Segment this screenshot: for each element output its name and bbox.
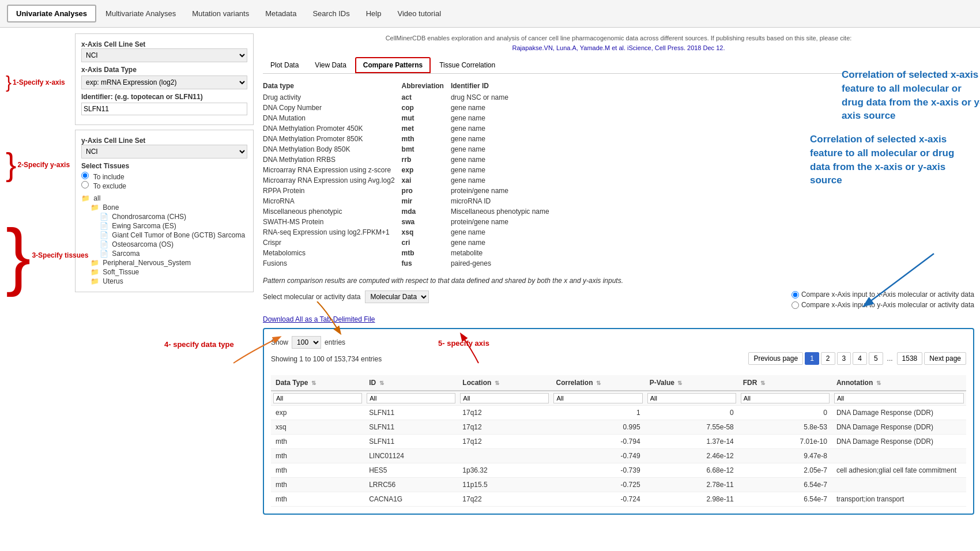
cell-row-annotation: DNA Damage Response (DDR) <box>832 435 966 449</box>
cell-mda-abbr: mda <box>402 206 451 217</box>
filter-row <box>271 391 966 406</box>
x-cell-line-select[interactable]: NCI <box>81 48 247 62</box>
cell-row-datatype: mth <box>271 449 364 463</box>
tree-osteo[interactable]: 📄 Osteosarcoma (OS) <box>81 240 247 249</box>
col-id[interactable]: ID ⇅ <box>364 375 458 391</box>
cell-row-pvalue: 2.98e-11 <box>645 492 738 507</box>
page-2-button[interactable]: 2 <box>821 352 835 365</box>
tree-chondro[interactable]: 📄 Chondrosarcoma (CHS) <box>81 212 247 221</box>
tab-plot-data[interactable]: Plot Data <box>263 57 306 73</box>
cell-rrb-name: DNA Methylation RRBS <box>263 154 402 165</box>
tab-search-ids[interactable]: Search IDs <box>306 6 356 21</box>
download-link[interactable]: Download All as a Tab-Delimited File <box>263 315 375 323</box>
tree-giant[interactable]: 📄 Giant Cell Tumor of Bone (GCTB) Sarcom… <box>81 231 247 240</box>
cell-row-annotation: DNA Damage Response (DDR) <box>832 406 966 420</box>
tab-tissue-correlation[interactable]: Tissue Correlation <box>432 57 503 73</box>
tab-univariate[interactable]: Univariate Analyses <box>7 5 96 22</box>
tab-multivariate[interactable]: Multivariate Analyses <box>99 6 183 21</box>
radio-compare-x-x[interactable] <box>791 291 799 299</box>
tree-ewing[interactable]: 📄 Ewing Sarcoma (ES) <box>81 221 247 231</box>
tree-sarcoma[interactable]: 📄 Sarcoma <box>81 249 247 258</box>
correlation-note: Correlation of selected x-axis feature t… <box>842 69 980 121</box>
options-row: Select molecular or activity data Molecu… <box>263 290 974 309</box>
compare-x-to-x[interactable]: Compare x-Axis input to x-Axis molecular… <box>791 290 974 299</box>
left-panel: x-Axis Cell Line Set NCI x-Axis Data Typ… <box>75 33 254 515</box>
y-cell-line-select[interactable]: NCI <box>81 145 247 158</box>
cell-fus-name: Fusions <box>263 258 402 269</box>
cell-row-fdr: 6.54e-7 <box>738 478 832 492</box>
cell-cri-abbr: cri <box>402 237 451 248</box>
page-5-button[interactable]: 5 <box>869 352 883 365</box>
cell-row-pvalue: 1.37e-14 <box>645 435 738 449</box>
folder-uterus-icon: 📁 <box>91 277 99 285</box>
filter-location[interactable] <box>460 393 549 403</box>
folder-peripheral-icon: 📁 <box>91 259 99 267</box>
filter-id[interactable] <box>367 393 455 403</box>
tab-view-data[interactable]: View Data <box>307 57 353 73</box>
compare-x-to-y[interactable]: Compare x-Axis input to y-Axis molecular… <box>791 301 974 309</box>
col-pvalue[interactable]: P-Value ⇅ <box>645 375 738 391</box>
correlation-annotation: Correlation of selected x-axis feature t… <box>842 68 980 123</box>
filter-pvalue[interactable] <box>647 393 736 403</box>
filter-annotation[interactable] <box>834 393 964 403</box>
radio-exclude[interactable] <box>81 181 89 188</box>
row-swa: SWATH-MS Proteinswaprotein/gene name <box>263 217 556 227</box>
radio-compare-x-y[interactable] <box>791 301 799 309</box>
results-table: Data Type ⇅ ID ⇅ Location ⇅ Correlation … <box>271 375 966 507</box>
tree-bone[interactable]: 📁 Bone <box>81 203 247 212</box>
molecular-data-select[interactable]: Molecular Data Activity Data <box>365 290 429 303</box>
tab-mutation[interactable]: Mutation variants <box>185 6 256 21</box>
col-data-type[interactable]: Data Type ⇅ <box>271 375 364 391</box>
row-mir: MicroRNAmirmicroRNA ID <box>263 196 556 206</box>
tab-metadata[interactable]: Metadata <box>258 6 303 21</box>
tree-giant-label: Giant Cell Tumor of Bone (GCTB) Sarcoma <box>112 231 245 239</box>
tree-peripheral[interactable]: 📁 Peripheral_Nervous_System <box>81 258 247 267</box>
table-row: exp SLFN11 17q12 1 0 0 DNA Damage Respon… <box>271 406 966 420</box>
prev-page-button[interactable]: Previous page <box>748 352 803 365</box>
cell-row-location: 1p36.32 <box>458 463 551 478</box>
tab-compare-patterns[interactable]: Compare Patterns <box>355 57 431 73</box>
cell-row-correlation: 1 <box>551 406 644 420</box>
cell-drug-abbr: act <box>402 92 451 103</box>
next-page-button[interactable]: Next page <box>924 352 966 365</box>
x-identifier-input[interactable] <box>81 103 247 115</box>
tissue-tree: 📁 all 📁 Bone 📄 Chondrosarcoma (CHS) 📄 Ew… <box>81 194 247 286</box>
cell-drug-name: Drug activity <box>263 92 402 103</box>
col-identifier-header: Identifier ID <box>451 81 556 92</box>
cell-row-correlation: -0.794 <box>551 435 644 449</box>
page-3-button[interactable]: 3 <box>837 352 851 365</box>
radio-include[interactable] <box>81 172 89 179</box>
col-correlation[interactable]: Correlation ⇅ <box>551 375 644 391</box>
tree-root[interactable]: 📁 all <box>81 194 247 203</box>
bracket-tissues-icon: } <box>6 218 31 293</box>
data-types-table: Data type Abbreviation Identifier ID Dru… <box>263 81 556 269</box>
tab-help[interactable]: Help <box>359 6 389 21</box>
page-1-button[interactable]: 1 <box>805 352 819 365</box>
col-location[interactable]: Location ⇅ <box>458 375 551 391</box>
results-table-header: Data Type ⇅ ID ⇅ Location ⇅ Correlation … <box>271 375 966 391</box>
cell-mda-id: Miscellaneous phenotypic name <box>451 206 556 217</box>
tree-soft[interactable]: 📁 Soft_Tissue <box>81 267 247 277</box>
cell-row-correlation: -0.725 <box>551 478 644 492</box>
x-identifier-label: Identifier: (e.g. topotecan or SLFN11) <box>81 93 247 101</box>
filter-fdr[interactable] <box>741 393 830 403</box>
cell-bmt-id: gene name <box>451 144 556 154</box>
col-annotation[interactable]: Annotation ⇅ <box>832 375 966 391</box>
cell-mut-id: gene name <box>451 113 556 123</box>
col-fdr[interactable]: FDR ⇅ <box>738 375 832 391</box>
filter-data-type[interactable] <box>273 393 362 403</box>
radio-group-tissues: To include To exclude <box>81 172 247 190</box>
tab-video[interactable]: Video tutorial <box>390 6 448 21</box>
sort-fdr-icon: ⇅ <box>760 380 765 386</box>
folder-bone-icon: 📁 <box>91 203 99 212</box>
cell-row-datatype: xsq <box>271 420 364 435</box>
x-data-type-select[interactable]: exp: mRNA Expression (log2) <box>81 76 247 89</box>
filter-correlation[interactable] <box>553 393 642 403</box>
tree-uterus[interactable]: 📁 Uterus <box>81 277 247 286</box>
y-cell-line-label: y-Axis Cell Line Set <box>81 137 145 145</box>
row-bmt: DNA Methylation Body 850Kbmtgene name <box>263 144 556 154</box>
cell-row-correlation: 0.995 <box>551 420 644 435</box>
page-4-button[interactable]: 4 <box>853 352 867 365</box>
show-entries-select[interactable]: 100 10 25 50 <box>292 336 321 349</box>
page-last-button[interactable]: 1538 <box>897 352 923 365</box>
